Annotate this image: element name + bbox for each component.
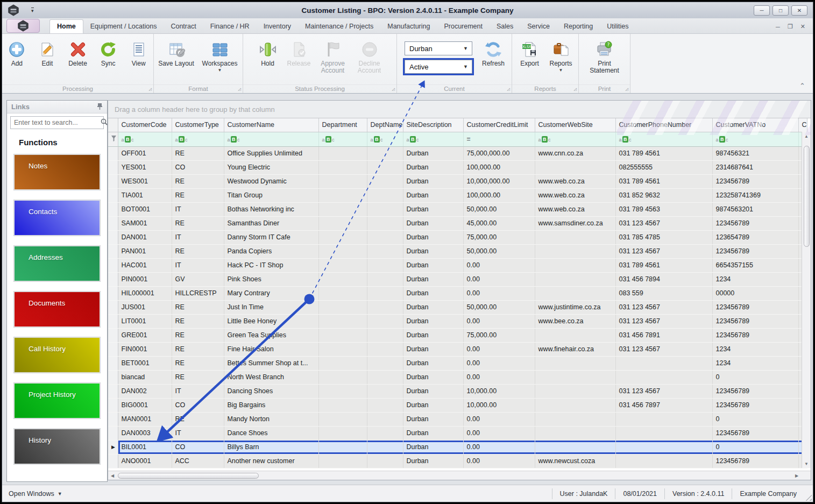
view-button[interactable]: View — [124, 38, 153, 67]
grid-cell[interactable]: 123456789 — [712, 426, 798, 440]
filter-cell-customertype[interactable]: aBc — [172, 132, 224, 146]
grid-cell[interactable] — [367, 188, 403, 202]
function-button-contacts[interactable]: Contacts — [14, 200, 100, 236]
grid-cell[interactable]: BIG0001 — [118, 398, 172, 412]
table-row[interactable]: HAC001ITHack PC - IT ShopDurban0.00031 7… — [108, 258, 807, 272]
grid-cell[interactable]: 0.00 — [463, 426, 535, 440]
grid-cell[interactable]: 75,000.00 — [463, 230, 535, 244]
grid-cell[interactable]: Just In Time — [224, 300, 318, 314]
table-row[interactable]: JUS001REJust In TimeDurban50,000.00www.j… — [108, 300, 807, 314]
grid-cell[interactable]: 10,000.00 — [463, 384, 535, 398]
grid-cell[interactable]: 031 123 4567 — [615, 342, 712, 356]
grid-cell[interactable]: PIN0001 — [118, 272, 172, 286]
grid-cell[interactable] — [367, 244, 403, 258]
mdi-close-button[interactable]: ✕ — [800, 23, 805, 30]
grid-cell[interactable]: RE — [172, 342, 224, 356]
hold-button[interactable]: Hold — [253, 38, 283, 74]
grid-cell[interactable]: 1234 — [712, 272, 798, 286]
dialog-launcher-icon[interactable]: ◿ — [238, 87, 241, 91]
save-layout-button[interactable]: Save Layout — [155, 38, 197, 72]
grid-cell[interactable] — [367, 314, 403, 328]
grid-cell[interactable] — [318, 342, 367, 356]
grid-cell[interactable] — [615, 454, 712, 468]
table-row[interactable]: DAN0003ITDance ShoesDurban0.00123456789 — [108, 426, 807, 440]
close-button[interactable]: ✕ — [791, 5, 807, 16]
grid-cell[interactable]: Durban — [403, 202, 463, 216]
tab-finance-hr[interactable]: Finance / HR — [203, 20, 257, 33]
sync-button[interactable]: Sync — [94, 38, 123, 67]
grid-cell[interactable]: GV — [172, 272, 224, 286]
dialog-launcher-icon[interactable]: ◿ — [507, 87, 510, 91]
grid-cell[interactable]: 0.00 — [463, 412, 535, 426]
grid-cell[interactable]: 083 559 — [615, 286, 712, 300]
grid-cell[interactable] — [367, 258, 403, 272]
mdi-restore-button[interactable]: ❐ — [788, 23, 793, 30]
dialog-launcher-icon[interactable]: ◿ — [392, 87, 395, 91]
grid-cell[interactable]: Danny Storm IT Cafe — [224, 230, 318, 244]
grid-cell[interactable] — [535, 258, 615, 272]
grid-cell[interactable] — [535, 160, 615, 174]
search-icon[interactable] — [101, 118, 108, 127]
grid-cell[interactable]: RE — [172, 244, 224, 258]
table-row[interactable]: YES001COYoung ElectricDurban100,000.0008… — [108, 160, 807, 174]
grid-cell[interactable] — [318, 160, 367, 174]
grid-cell[interactable] — [318, 272, 367, 286]
scroll-down-icon[interactable]: ▼ — [804, 459, 809, 468]
grid-cell[interactable]: www.cnn.co.za — [535, 146, 615, 160]
grid-cell[interactable]: 031 123 4567 — [615, 244, 712, 258]
function-button-notes[interactable]: Notes — [14, 154, 100, 190]
grid-cell[interactable]: Durban — [403, 188, 463, 202]
grid-cell[interactable]: 987456321 — [712, 146, 798, 160]
grid-cell[interactable]: Durban — [403, 342, 463, 356]
delete-button[interactable]: Delete — [63, 38, 93, 67]
grid-cell[interactable] — [318, 370, 367, 384]
filter-cell-customerphonenumber[interactable]: aBc — [615, 132, 712, 146]
grid-cell[interactable]: 123654789 — [712, 230, 798, 244]
grid-cell[interactable]: 123456789 — [712, 174, 798, 188]
grid-cell[interactable] — [318, 426, 367, 440]
grid-cell[interactable] — [615, 370, 712, 384]
grid-cell[interactable]: www.bee.co.za — [535, 314, 615, 328]
grid-cell[interactable]: 0 — [712, 440, 798, 454]
grid-cell[interactable] — [535, 244, 615, 258]
grid-cell[interactable]: 100,000.00 — [463, 160, 535, 174]
grid-cell[interactable]: 50,000.00 — [463, 300, 535, 314]
grid-cell[interactable]: 1234 — [712, 342, 798, 356]
grid-cell[interactable]: Bettes Summer Shop at t... — [224, 356, 318, 370]
scroll-right-icon[interactable]: ▶ — [792, 473, 801, 478]
grid-cell[interactable]: BOT0001 — [118, 202, 172, 216]
column-header-customerphonenumber[interactable]: CustomerPhoneNumber — [615, 118, 712, 132]
horizontal-scroll-thumb[interactable] — [118, 473, 259, 479]
grid-cell[interactable]: 031 123 4567 — [615, 300, 712, 314]
filter-cell-customercreditlimit[interactable]: = — [463, 132, 535, 146]
filter-cell-sitedescription[interactable]: aBc — [403, 132, 463, 146]
grid-cell[interactable]: TIA001 — [118, 188, 172, 202]
grid-cell[interactable] — [367, 370, 403, 384]
grid-cell[interactable]: 031 456 7897 — [615, 398, 712, 412]
grid-cell[interactable]: Office Supplies Unlimited — [224, 146, 318, 160]
grid-cell[interactable] — [615, 356, 712, 370]
grid-cell[interactable]: DAN002 — [118, 384, 172, 398]
grid-cell[interactable]: www.web.co.za — [535, 188, 615, 202]
application-button[interactable] — [6, 19, 40, 33]
vertical-scroll-thumb[interactable] — [804, 146, 810, 247]
grid-cell[interactable]: 123456789 — [712, 300, 798, 314]
grid-cell[interactable]: Durban — [403, 370, 463, 384]
grid-cell[interactable]: 75,000,000.00 — [463, 146, 535, 160]
grid-cell[interactable] — [318, 412, 367, 426]
tab-manufacturing[interactable]: Manufacturing — [380, 20, 437, 33]
grid-cell[interactable]: DAN0003 — [118, 426, 172, 440]
grid-cell[interactable] — [535, 426, 615, 440]
grid-cell[interactable]: BIL0001 — [118, 440, 172, 454]
grid-cell[interactable]: RE — [172, 174, 224, 188]
grid-cell[interactable]: 123456789 — [712, 384, 798, 398]
grid-cell[interactable] — [367, 398, 403, 412]
grid-cell[interactable]: www.samsdiner.co.za — [535, 216, 615, 230]
grid-cell[interactable]: Another new customer — [224, 454, 318, 468]
scroll-left-icon[interactable]: ◀ — [108, 473, 117, 478]
filter-cell-customervatno[interactable]: aBc — [712, 132, 798, 146]
grid-cell[interactable] — [615, 440, 712, 454]
grid-cell[interactable]: ACC — [172, 454, 224, 468]
grid-cell[interactable]: IT — [172, 230, 224, 244]
grid-cell[interactable] — [367, 426, 403, 440]
